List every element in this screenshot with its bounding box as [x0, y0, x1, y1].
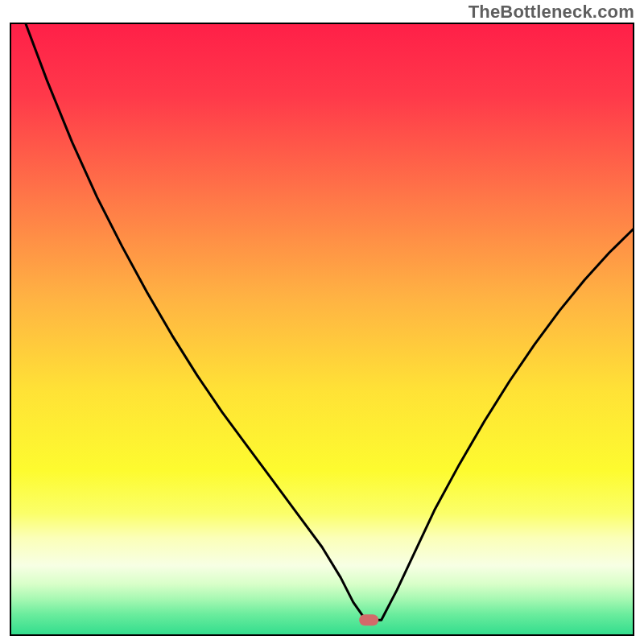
watermark-label: TheBottleneck.com [469, 2, 634, 23]
chart-container: TheBottleneck.com [0, 0, 644, 644]
minimum-marker [359, 614, 378, 625]
plot-background [10, 23, 634, 636]
bottleneck-chart [10, 23, 634, 636]
